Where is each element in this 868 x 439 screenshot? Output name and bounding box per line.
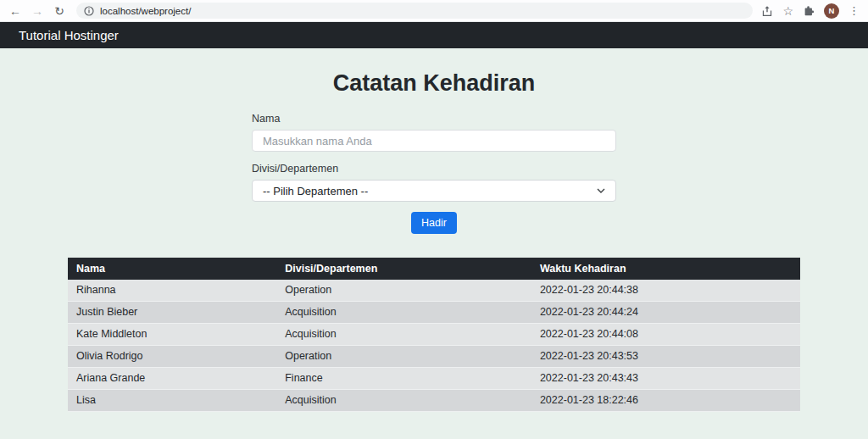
cell-name: Lisa	[68, 390, 276, 412]
back-icon[interactable]: ←	[7, 3, 24, 19]
header-divisi: Divisi/Departemen	[276, 258, 531, 280]
table-row: Olivia Rodrigo Operation 2022-01-23 20:4…	[68, 346, 800, 368]
cell-name: Justin Bieber	[68, 302, 276, 324]
table-row: Rihanna Operation 2022-01-23 20:44:38	[68, 280, 800, 302]
url-text: localhost/webproject/	[100, 6, 191, 16]
cell-dept: Acquisition	[276, 302, 531, 324]
cell-time: 2022-01-23 18:22:46	[531, 390, 800, 412]
attendance-form: Nama Divisi/Departemen -- Pilih Departem…	[252, 113, 616, 234]
cell-name: Ariana Grande	[68, 368, 276, 390]
name-input[interactable]	[252, 130, 616, 152]
department-select[interactable]: -- Pilih Departemen --	[252, 180, 616, 202]
toolbar-right-icons: ☆ N ⋮	[761, 3, 861, 19]
share-icon[interactable]	[761, 5, 773, 17]
cell-name: Kate Middleton	[68, 324, 276, 346]
profile-avatar[interactable]: N	[824, 3, 839, 19]
page-title: Catatan Kehadiran	[0, 68, 868, 99]
extensions-puzzle-icon[interactable]	[803, 5, 815, 17]
header-waktu: Waktu Kehadiran	[531, 258, 800, 280]
cell-dept: Acquisition	[276, 324, 531, 346]
cell-time: 2022-01-23 20:44:08	[531, 324, 800, 346]
site-navbar: Tutorial Hostinger	[0, 22, 868, 48]
site-info-icon[interactable]	[84, 6, 94, 16]
cell-time: 2022-01-23 20:44:38	[531, 280, 800, 302]
table-header-row: Nama Divisi/Departemen Waktu Kehadiran	[68, 258, 800, 280]
table-row: Ariana Grande Finance 2022-01-23 20:43:4…	[68, 368, 800, 390]
chrome-menu-icon[interactable]: ⋮	[849, 4, 860, 17]
cell-name: Olivia Rodrigo	[68, 346, 276, 368]
table-row: Kate Middleton Acquisition 2022-01-23 20…	[68, 324, 800, 346]
main-content: Catatan Kehadiran Nama Divisi/Departemen…	[0, 68, 868, 439]
department-select-value: -- Pilih Departemen --	[263, 185, 368, 197]
bookmark-star-icon[interactable]: ☆	[782, 5, 793, 17]
department-label: Divisi/Departemen	[252, 163, 616, 175]
browser-toolbar: ← → ↻ localhost/webproject/ ☆ N ⋮	[0, 0, 868, 22]
name-label: Nama	[252, 113, 616, 125]
forward-icon[interactable]: →	[29, 3, 46, 19]
cell-dept: Finance	[276, 368, 531, 390]
address-bar[interactable]: localhost/webproject/	[76, 3, 753, 19]
cell-time: 2022-01-23 20:43:53	[531, 346, 800, 368]
submit-row: Hadir	[252, 212, 616, 234]
chevron-down-icon	[597, 188, 605, 193]
reload-icon[interactable]: ↻	[51, 3, 68, 19]
cell-time: 2022-01-23 20:43:43	[531, 368, 800, 390]
cell-dept: Acquisition	[276, 390, 531, 412]
table-row: Lisa Acquisition 2022-01-23 18:22:46	[68, 390, 800, 412]
cell-time: 2022-01-23 20:44:24	[531, 302, 800, 324]
attendance-table: Nama Divisi/Departemen Waktu Kehadiran R…	[68, 258, 800, 412]
cell-dept: Operation	[276, 346, 531, 368]
navbar-brand[interactable]: Tutorial Hostinger	[19, 28, 119, 42]
header-nama: Nama	[68, 258, 276, 280]
cell-name: Rihanna	[68, 280, 276, 302]
table-row: Justin Bieber Acquisition 2022-01-23 20:…	[68, 302, 800, 324]
submit-button[interactable]: Hadir	[411, 212, 457, 234]
cell-dept: Operation	[276, 280, 531, 302]
